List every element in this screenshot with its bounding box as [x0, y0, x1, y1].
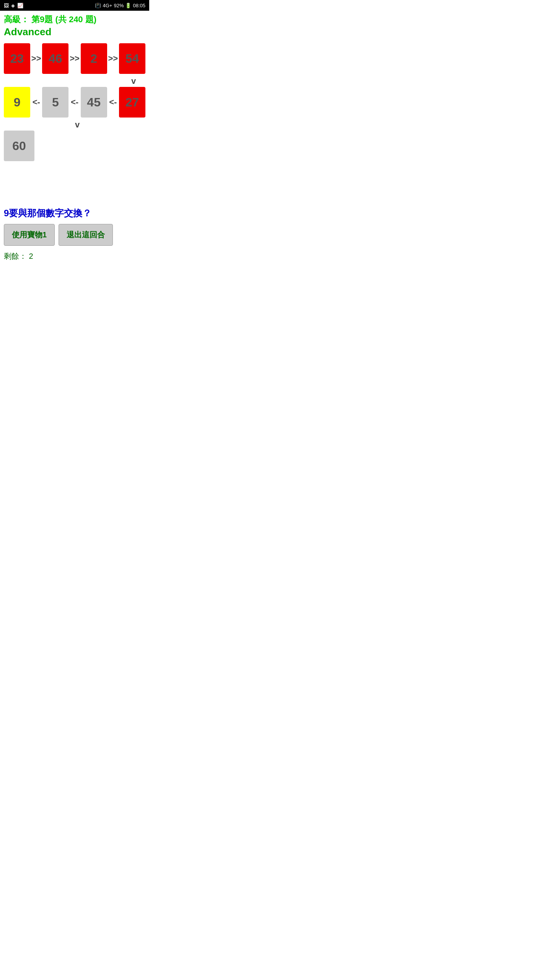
title-chinese: 高級： 第9題 (共 240 題)	[4, 14, 145, 25]
cell-54[interactable]: 54	[119, 43, 145, 74]
cell-23[interactable]: 23	[4, 43, 30, 74]
vibrate-icon: 📳	[95, 3, 101, 8]
arrow-left-3: <-	[107, 97, 119, 107]
remaining-display: 剩餘： 2	[4, 251, 145, 261]
button-row: 使用寶物1 退出這回合	[4, 224, 145, 246]
puzzle-row-1: 23 >> 46 >> 2 >> 54	[4, 43, 145, 74]
main-content: 高級： 第9題 (共 240 題) Advanced 23 >> 46 >> 2…	[0, 11, 149, 265]
signal-text: 4G+	[103, 3, 112, 8]
arrow-right-3: >>	[107, 54, 119, 64]
cell-45[interactable]: 45	[81, 87, 107, 118]
question-text: 9要與那個數字交換？	[4, 207, 145, 219]
cell-46[interactable]: 46	[42, 43, 68, 74]
layers-icon: ◈	[11, 3, 15, 8]
remaining-label: 剩餘：	[4, 252, 27, 260]
status-info-right: 📳 4G+ 92% 🔋 08:05	[95, 3, 145, 8]
arrow-right-1: >>	[30, 54, 42, 64]
remaining-value: 2	[29, 252, 33, 260]
title-english: Advanced	[4, 26, 145, 38]
down-arrow-9: v	[9, 120, 145, 130]
status-bar: 🖼 ◈ 📈 📳 4G+ 92% 🔋 08:05	[0, 0, 149, 11]
time-display: 08:05	[133, 3, 145, 8]
cell-5[interactable]: 5	[42, 87, 68, 118]
down-arrow-54: v	[4, 76, 145, 86]
cell-9[interactable]: 9	[4, 87, 30, 118]
puzzle-row-2: 9 <- 5 <- 45 <- 27	[4, 87, 145, 118]
use-item-button[interactable]: 使用寶物1	[4, 224, 55, 246]
cell-60[interactable]: 60	[4, 131, 34, 161]
cell-2[interactable]: 2	[81, 43, 107, 74]
quit-round-button[interactable]: 退出這回合	[59, 224, 113, 246]
battery-text: 92%	[114, 3, 124, 8]
status-icons-left: 🖼 ◈ 📈	[4, 3, 23, 8]
battery-icon: 🔋	[125, 3, 131, 8]
chart-icon: 📈	[17, 3, 23, 8]
arrow-left-1: <-	[30, 97, 42, 107]
photo-icon: 🖼	[4, 3, 9, 8]
puzzle-area: 23 >> 46 >> 2 >> 54 v 9 <- 5 <- 45 <- 27…	[4, 43, 145, 161]
puzzle-row-3: 60	[4, 131, 145, 161]
arrow-left-2: <-	[68, 97, 80, 107]
cell-27[interactable]: 27	[119, 87, 145, 118]
arrow-right-2: >>	[68, 54, 80, 64]
